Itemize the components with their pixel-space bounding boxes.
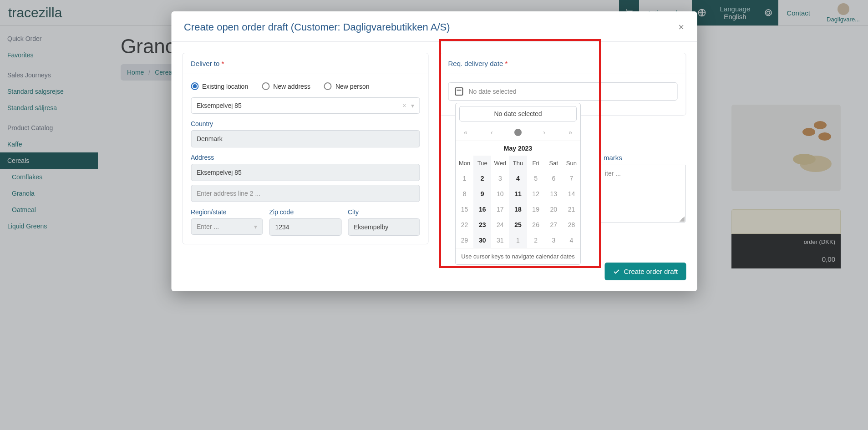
- date-input[interactable]: No date selected: [448, 82, 678, 101]
- location-select[interactable]: Eksempelvej 85 ×▾: [191, 97, 420, 114]
- close-icon[interactable]: ×: [678, 21, 684, 33]
- calendar-day[interactable]: 15: [456, 202, 473, 217]
- calendar-day[interactable]: 24: [491, 217, 509, 233]
- calendar-day[interactable]: 14: [563, 186, 580, 202]
- radio-existing-location[interactable]: Existing location: [191, 82, 248, 90]
- radio-new-person[interactable]: New person: [324, 82, 370, 90]
- country-label: Country: [191, 120, 420, 127]
- dow-header: Fri: [527, 156, 545, 171]
- calendar-day[interactable]: 3: [545, 233, 563, 248]
- city-input[interactable]: Eksempelby: [348, 218, 420, 236]
- calendar-day[interactable]: 27: [545, 217, 563, 233]
- dow-header: Thu: [509, 156, 527, 171]
- resize-handle[interactable]: [679, 216, 685, 222]
- clear-icon[interactable]: ×: [402, 102, 406, 109]
- calendar-day[interactable]: 5: [527, 171, 545, 186]
- region-label: Region/state: [191, 208, 263, 216]
- radio-new-address[interactable]: New address: [262, 82, 310, 90]
- calendar-day[interactable]: 28: [563, 217, 580, 233]
- address-label: Address: [191, 154, 420, 161]
- prev-month-icon[interactable]: ‹: [489, 127, 495, 138]
- calendar-day[interactable]: 19: [527, 202, 545, 217]
- calendar-day[interactable]: 4: [563, 233, 580, 248]
- remarks-label: marks: [604, 154, 622, 162]
- chevron-down-icon[interactable]: ▾: [411, 102, 414, 109]
- next-month-icon[interactable]: ›: [541, 127, 547, 138]
- calendar-day[interactable]: 9: [473, 186, 491, 202]
- calendar-day[interactable]: 23: [473, 217, 491, 233]
- calendar-day[interactable]: 22: [456, 217, 473, 233]
- dow-header: Wed: [491, 156, 509, 171]
- calendar-day[interactable]: 3: [491, 171, 509, 186]
- datepicker-month: May 2023: [456, 141, 580, 156]
- calendar-day[interactable]: 31: [491, 233, 509, 248]
- datepicker-hint: Use cursor keys to navigate calendar dat…: [456, 248, 580, 264]
- calendar-day[interactable]: 30: [473, 233, 491, 248]
- calendar-day[interactable]: 2: [527, 233, 545, 248]
- panel-deliver-to: Deliver to * Existing location New addre…: [182, 53, 429, 244]
- dow-header: Tue: [473, 156, 491, 171]
- create-order-draft-button[interactable]: Create order draft: [605, 263, 686, 280]
- calendar-day[interactable]: 7: [563, 171, 580, 186]
- datepicker-grid: MonTueWedThuFriSatSun1234567891011121314…: [456, 156, 580, 248]
- datepicker-popup: No date selected « ‹ › » May 2023 MonTue…: [455, 103, 581, 265]
- modal-create-order: Create open order draft (Customer: Dagli…: [171, 11, 697, 291]
- calendar-day[interactable]: 17: [491, 202, 509, 217]
- address2-input[interactable]: Enter address line 2 ...: [191, 185, 420, 202]
- calendar-day[interactable]: 6: [545, 171, 563, 186]
- today-button[interactable]: [514, 129, 522, 136]
- datepicker-selected: No date selected: [459, 106, 577, 121]
- zip-label: Zip code: [269, 208, 342, 216]
- chevron-down-icon[interactable]: ▾: [254, 223, 257, 230]
- next-year-icon[interactable]: »: [567, 127, 574, 138]
- dow-header: Sun: [563, 156, 580, 171]
- calendar-day[interactable]: 2: [473, 171, 491, 186]
- calendar-day[interactable]: 13: [545, 186, 563, 202]
- calendar-day[interactable]: 1: [456, 171, 473, 186]
- calendar-day[interactable]: 11: [509, 186, 527, 202]
- calendar-day[interactable]: 21: [563, 202, 580, 217]
- calendar-day[interactable]: 20: [545, 202, 563, 217]
- dow-header: Mon: [456, 156, 473, 171]
- prev-year-icon[interactable]: «: [462, 127, 469, 138]
- calendar-day[interactable]: 10: [491, 186, 509, 202]
- calendar-day[interactable]: 29: [456, 233, 473, 248]
- calendar-icon: [455, 87, 463, 96]
- calendar-day[interactable]: 26: [527, 217, 545, 233]
- country-input[interactable]: Denmark: [191, 130, 420, 147]
- calendar-day[interactable]: 4: [509, 171, 527, 186]
- dow-header: Sat: [545, 156, 563, 171]
- region-select[interactable]: Enter ... ▾: [191, 218, 263, 235]
- calendar-day[interactable]: 12: [527, 186, 545, 202]
- zip-input[interactable]: 1234: [269, 218, 342, 236]
- calendar-day[interactable]: 1: [509, 233, 527, 248]
- modal-title: Create open order draft (Customer: Dagli…: [184, 21, 450, 33]
- calendar-day[interactable]: 25: [509, 217, 527, 233]
- calendar-day[interactable]: 18: [509, 202, 527, 217]
- remarks-textarea[interactable]: iter ...: [600, 165, 686, 223]
- address1-input[interactable]: Eksempelvej 85: [191, 164, 420, 181]
- calendar-day[interactable]: 8: [456, 186, 473, 202]
- city-label: City: [348, 208, 420, 216]
- calendar-day[interactable]: 16: [473, 202, 491, 217]
